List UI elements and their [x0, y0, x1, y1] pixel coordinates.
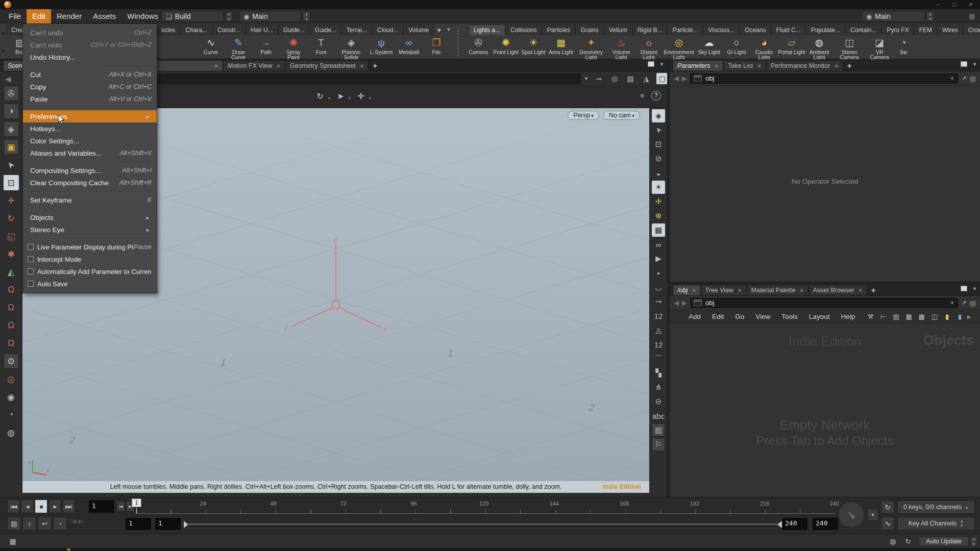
shelf-tab[interactable]: Hair U... — [246, 24, 278, 35]
current-frame-field[interactable]: 1 — [89, 500, 114, 513]
help-icon[interactable]: ? — [651, 91, 661, 101]
brain-icon[interactable]: ◍ — [887, 536, 898, 547]
customize-tools-icon[interactable]: ⚒ — [865, 311, 876, 322]
menu-item[interactable] — [23, 105, 157, 110]
nav-back-icon[interactable] — [674, 74, 679, 82]
range-nav-icons[interactable]: |◀▶| — [71, 519, 83, 524]
display-options-list-icon[interactable]: ≡ — [640, 92, 644, 99]
shelf-tool-spot-light[interactable]: ☀ Spot Light — [520, 36, 547, 55]
pose-icon[interactable]: ✱ — [4, 246, 19, 262]
global-range-start-field[interactable]: 1 — [126, 518, 151, 530]
range-end-handle[interactable] — [777, 521, 782, 528]
menu-item[interactable] — [23, 63, 157, 68]
shelf-tool-font[interactable]: T Font — [307, 36, 335, 55]
menu-item[interactable]: Preferences — [23, 110, 157, 122]
playback-range-start-field[interactable]: 1 — [155, 518, 181, 530]
network-menu-item[interactable]: Edit — [706, 313, 729, 320]
desktop-spinner[interactable] — [225, 11, 233, 21]
shelf-tab[interactable]: Guide... — [278, 24, 310, 35]
tree-hierarchy-icon[interactable]: ⊢ — [878, 311, 889, 322]
scene-spinner[interactable] — [303, 11, 310, 21]
shelf-tool-platonic-solids[interactable]: ◈ Platonic Solids — [335, 36, 368, 60]
maximize-pane-icon[interactable] — [961, 61, 967, 67]
frame-ruler[interactable]: 24 48 72 96 120 144 168 192 216 240 — [136, 499, 835, 514]
new-tab-button[interactable] — [369, 61, 381, 71]
stop-button[interactable]: ■ — [35, 499, 47, 513]
shelf-tool-sky-light[interactable]: ☁ Sky Light — [695, 36, 723, 55]
menubar-item[interactable]: Assets — [87, 9, 121, 23]
shelf-tab[interactable]: Vellum — [604, 24, 632, 35]
mirror-icon[interactable]: ◭ — [4, 264, 19, 280]
view-location-icon[interactable]: ⚐ — [652, 438, 665, 451]
stereo-glasses-icon[interactable]: ∞ — [652, 238, 665, 251]
back-arrow-icon[interactable] — [5, 74, 22, 84]
shelf-tab[interactable]: Rigid B... — [632, 24, 668, 35]
menu-item[interactable]: Can't redo Ctrl+Y or Ctrl+Shift+Z — [23, 39, 157, 51]
close-tab-icon[interactable] — [834, 63, 838, 69]
snap-frame-icon[interactable]: Ω — [4, 282, 19, 297]
gears-icon[interactable]: ⚙ — [4, 354, 19, 369]
combo-caret-icon[interactable] — [584, 76, 589, 81]
thumbnail-view-icon[interactable]: ▩ — [916, 311, 927, 322]
right-main-selector[interactable]: Main — [862, 11, 925, 22]
snap-curve-icon[interactable]: Ω — [4, 300, 19, 315]
menu-item[interactable] — [23, 189, 157, 194]
rotate-icon[interactable]: ↻ — [4, 211, 19, 226]
shelf-tool-file[interactable]: ❐ File — [423, 36, 450, 55]
desktop-menu-icon[interactable]: ▤ — [969, 13, 975, 20]
pane-tab[interactable]: Parameters — [673, 60, 723, 71]
menu-item[interactable]: Paste Alt+V or Ctrl+V — [23, 93, 157, 105]
globe-icon[interactable]: ◍ — [4, 425, 19, 440]
realtime-clock-icon[interactable]: ◔ — [53, 517, 67, 531]
range-start-handle[interactable] — [184, 521, 188, 528]
list-view-icon[interactable]: ▤ — [891, 311, 901, 322]
pane-tab[interactable]: Take List — [723, 60, 766, 71]
path-caret-icon[interactable] — [950, 300, 954, 306]
shelf-tab[interactable]: Pyro FX — [881, 24, 914, 35]
point-numbers-icon[interactable]: 12 — [652, 309, 665, 322]
shelf-tab[interactable]: Constr... — [212, 24, 246, 35]
key-all-channels-dropdown[interactable]: Key All Channels ▲▼ — [897, 517, 975, 530]
display-layers-icon[interactable]: ◈ — [652, 109, 665, 122]
menu-item[interactable]: Color Settings... — [23, 135, 157, 147]
shelf-tab[interactable]: Grains — [575, 24, 603, 35]
shelf-tool-caustic-light[interactable]: ◕ Caustic Light — [750, 36, 778, 60]
takes-icon[interactable]: ↩ — [38, 517, 52, 531]
shelf-tool-ambient-light[interactable]: ◍ Ambient Light — [805, 36, 833, 60]
shelf-tool-area-light[interactable]: ▦ Area Light — [547, 36, 575, 55]
shelf-divider[interactable] — [457, 27, 459, 56]
playback-range-end-field[interactable]: 240 — [782, 518, 807, 530]
show-points-icon[interactable]: • — [652, 266, 665, 280]
pane-menu-caret-icon[interactable] — [972, 286, 977, 291]
radial-menu-icon[interactable] — [970, 299, 976, 307]
menu-item[interactable]: Set Keyframe K — [23, 194, 157, 206]
recook-icon[interactable]: ↻ — [902, 536, 914, 547]
pane-tab[interactable]: /obj — [673, 285, 701, 295]
audio-icon[interactable]: ♪ — [22, 517, 36, 531]
menu-item[interactable]: Objects — [23, 211, 157, 223]
pane-menu-caret-icon[interactable] — [659, 62, 664, 67]
network-path-combo[interactable]: obj — [690, 298, 958, 308]
shelf-tool-point-light[interactable]: ✺ Point Light — [492, 36, 520, 55]
network-menu-item[interactable]: Help — [835, 313, 861, 320]
shelf-tab[interactable]: Guide... — [310, 24, 341, 35]
no-cam-button[interactable]: No cam — [603, 111, 640, 120]
text-abc-icon[interactable]: abc — [652, 409, 665, 422]
shelf-tab[interactable]: Particles — [542, 24, 575, 35]
close-tab-icon[interactable] — [276, 63, 280, 69]
background-image-icon[interactable]: ▥ — [652, 423, 665, 437]
color-bar-icon[interactable]: ▮ — [954, 311, 965, 322]
prim-numbers-icon[interactable]: 12 — [652, 338, 665, 351]
shelf-tool-spray-paint[interactable]: ✺ Spray Paint — [280, 36, 307, 60]
menu-item[interactable]: Copy Alt+C or Ctrl+C — [23, 81, 157, 93]
playback-range-slider[interactable] — [188, 523, 778, 525]
scene-selector[interactable]: Main — [239, 11, 301, 22]
secure-selection-icon[interactable]: ⊡ — [4, 175, 19, 190]
show-pins-icon[interactable]: ⊸ — [652, 295, 665, 308]
menu-item[interactable]: Clear Compositing Cache Alt+Shift+R — [23, 177, 157, 189]
close-tab-icon[interactable] — [715, 63, 719, 69]
oval-icon[interactable]: ⊖ — [652, 395, 665, 408]
snapshot-icon[interactable]: ✇ — [4, 86, 19, 101]
menu-item[interactable]: Aliases and Variables... Alt+Shift+V — [23, 147, 157, 159]
add-light-icon[interactable]: ⊕ — [652, 209, 665, 222]
